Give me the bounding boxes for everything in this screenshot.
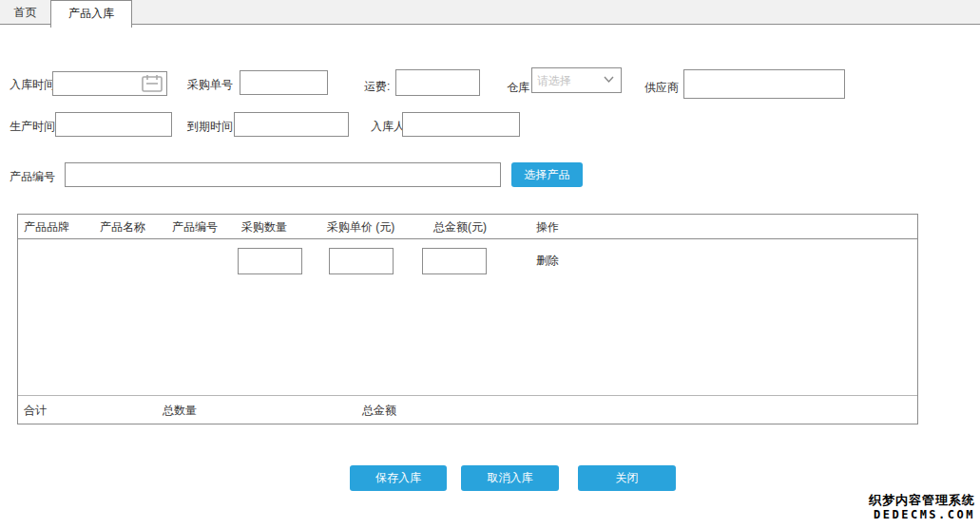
select-product-button[interactable]: 选择产品 <box>511 162 583 187</box>
purchase-order-input[interactable] <box>240 70 328 95</box>
col-total-amount: 总金额(元) <box>433 215 487 239</box>
col-product-name: 产品名称 <box>100 215 145 239</box>
watermark-line1: 织梦内容管理系统 <box>869 493 975 508</box>
tab-product-inbound[interactable]: 产品入库 <box>50 0 132 28</box>
dedecms-watermark: 织梦内容管理系统 DEDECMS.COM <box>869 493 975 522</box>
row-price-input[interactable] <box>329 248 394 274</box>
col-purchase-qty: 采购数量 <box>241 215 287 239</box>
col-unit-price: 采购单价 (元) <box>327 215 394 239</box>
freight-label: 运费: <box>364 79 390 95</box>
inbound-person-label: 入库人 <box>371 119 405 135</box>
footer-total-label: 合计 <box>24 396 47 424</box>
production-time-label: 生产时间 <box>10 119 55 135</box>
inbound-time-field <box>52 71 167 96</box>
cancel-inbound-button[interactable]: 取消入库 <box>461 465 559 491</box>
items-table: 产品品牌 产品名称 产品编号 采购数量 采购单价 (元) 总金额(元) 操作 删… <box>17 214 918 424</box>
warehouse-select[interactable]: 请选择 <box>531 67 622 93</box>
save-inbound-button[interactable]: 保存入库 <box>350 465 447 491</box>
expiry-time-input[interactable] <box>234 112 349 137</box>
product-inbound-page: 首页 产品入库 入库时间 采购单号 运费: 仓库 请选择 供应商 生产时间 到期… <box>0 0 980 528</box>
warehouse-select-placeholder: 请选择 <box>537 73 571 89</box>
product-code-input[interactable] <box>65 162 501 187</box>
warehouse-label: 仓库 <box>507 80 529 96</box>
product-code-label: 产品编号 <box>10 169 55 185</box>
col-product-code: 产品编号 <box>172 215 218 239</box>
footer-total-qty-label: 总数量 <box>163 396 197 424</box>
row-qty-input[interactable] <box>238 248 302 274</box>
close-button[interactable]: 关闭 <box>578 465 676 491</box>
tab-bar: 首页 产品入库 <box>0 0 980 25</box>
col-operation: 操作 <box>536 215 559 239</box>
calendar-icon[interactable] <box>142 74 163 92</box>
supplier-input[interactable] <box>683 69 845 99</box>
row-amount-input[interactable] <box>422 248 487 274</box>
freight-input[interactable] <box>395 69 480 96</box>
items-table-footer: 合计 总数量 总金额 <box>18 395 917 424</box>
items-table-header: 产品品牌 产品名称 产品编号 采购数量 采购单价 (元) 总金额(元) 操作 <box>18 215 917 239</box>
watermark-line2: DEDECMS.COM <box>869 508 975 522</box>
purchase-order-label: 采购单号 <box>187 77 233 93</box>
tab-home[interactable]: 首页 <box>0 0 50 25</box>
row-delete-link[interactable]: 删除 <box>536 253 559 269</box>
inbound-time-label: 入库时间 <box>10 77 55 93</box>
production-time-input[interactable] <box>55 112 172 137</box>
col-product-brand: 产品品牌 <box>24 215 69 239</box>
supplier-label: 供应商 <box>644 80 679 96</box>
expiry-time-label: 到期时间 <box>187 119 233 135</box>
footer-total-amount-label: 总金额 <box>362 396 396 424</box>
inbound-person-input[interactable] <box>402 112 520 137</box>
chevron-down-icon <box>604 76 614 84</box>
